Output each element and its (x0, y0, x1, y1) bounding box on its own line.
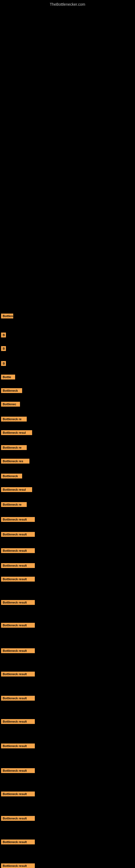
bottleneck-result-bar: B (1, 333, 6, 337)
bottleneck-result-bar: Bottleneck result (1, 863, 35, 868)
bottleneck-result-bar: Bottleneck result (1, 816, 35, 821)
bottleneck-result-bar: Bottleneck result (1, 648, 35, 653)
bottleneck-result-bar: Bottle (1, 375, 15, 379)
bottleneck-bar-row: Bottleneck result (1, 839, 35, 846)
bottleneck-bar-row: B (1, 332, 6, 339)
bottleneck-result-bar: Bottleneck result (1, 563, 35, 568)
bottleneck-bar-row: Bottleneck result (1, 718, 35, 725)
bottleneck-bar-row: Bottleneck result (1, 563, 35, 569)
bottleneck-bar-row: Bottleneck resul (1, 430, 32, 437)
bottleneck-result-bar: Bottlenec (1, 402, 20, 407)
bottleneck-bar-row: Bottleneck result (1, 517, 35, 524)
bottleneck-bar-row: Bottleneck result (1, 863, 35, 868)
bottleneck-bar-row: Bottleneck re (1, 501, 27, 508)
bottleneck-bar-row: Bottleneck result (1, 548, 35, 555)
bottleneck-result-bar: B (1, 361, 6, 366)
bottleneck-result-bar: Bottleneck re (1, 502, 27, 507)
bottleneck-result-bar: Bottleneck result (1, 517, 35, 522)
bottleneck-result-bar: Bottleneck result (1, 623, 35, 628)
bottleneck-bar-row: Bottleneck result (1, 671, 35, 678)
bottleneck-result-bar: Bottleneck result (1, 600, 35, 605)
bottleneck-bar-row: Bottleneck result (1, 815, 35, 823)
bottleneck-result-bar: Bottleneck (1, 474, 22, 478)
bottleneck-result-bar: Bottleneck result (1, 696, 35, 701)
bottleneck-bar-row: Bottleneck result (1, 313, 13, 320)
bottleneck-bar-row: Bottleneck result (1, 531, 35, 538)
bottleneck-bar-row: Bottleneck re (1, 416, 27, 423)
bottleneck-result-bar: Bottleneck result (1, 719, 35, 724)
bottleneck-result-bar: Bottleneck resul (1, 487, 32, 492)
bottleneck-bar-row: Bottleneck result (1, 648, 35, 655)
bottleneck-bar-row: Bottleneck (1, 388, 22, 395)
bottleneck-bar-row: B (1, 346, 6, 352)
bottleneck-bar-row: Bottlenec (1, 401, 20, 408)
bottleneck-result-bar: Bottleneck resul (1, 430, 32, 435)
bottleneck-result-bar: Bottleneck res (1, 459, 30, 464)
bottleneck-bar-row: Bottleneck result (1, 743, 35, 750)
bottleneck-result-bar: Bottleneck result (1, 577, 35, 582)
bottleneck-bar-row: Bottleneck result (1, 576, 35, 583)
bottleneck-result-bar: Bottleneck re (1, 416, 27, 422)
bottleneck-bar-row: Bottleneck re (1, 444, 27, 452)
bottleneck-bar-row: Bottleneck (1, 473, 22, 480)
bottleneck-bar-row: Bottleneck resul (1, 487, 32, 494)
bottleneck-result-bar: B (1, 346, 6, 351)
bottleneck-bar-row: Bottleneck result (1, 791, 35, 798)
bottleneck-bar-row: Bottleneck result (1, 599, 35, 607)
bottleneck-bar-row: B (1, 361, 6, 368)
bottleneck-result-bar: Bottleneck re (1, 445, 27, 450)
bottleneck-result-bar: Bottleneck result (1, 532, 35, 537)
bottleneck-bar-row: Bottleneck res (1, 458, 30, 465)
bottleneck-result-bar: Bottleneck result (1, 548, 35, 553)
bottleneck-result-bar: Bottleneck result (1, 839, 35, 844)
site-title: TheBottlenecker.com (0, 0, 135, 8)
bottleneck-bar-row: Bottleneck result (1, 695, 35, 702)
bottleneck-result-bar: Bottleneck result (1, 744, 35, 748)
bottleneck-result-bar: Bottleneck result (1, 792, 35, 796)
bottleneck-bar-row: Bottle (1, 374, 15, 381)
bottleneck-bar-row: Bottleneck result (1, 622, 35, 629)
bottleneck-result-bar: Bottleneck result (1, 314, 13, 318)
bottleneck-bar-row: Bottleneck result (1, 768, 35, 775)
bottleneck-result-bar: Bottleneck result (1, 672, 35, 677)
bottleneck-result-bar: Bottleneck (1, 388, 22, 393)
bottleneck-result-bar: Bottleneck result (1, 768, 35, 773)
